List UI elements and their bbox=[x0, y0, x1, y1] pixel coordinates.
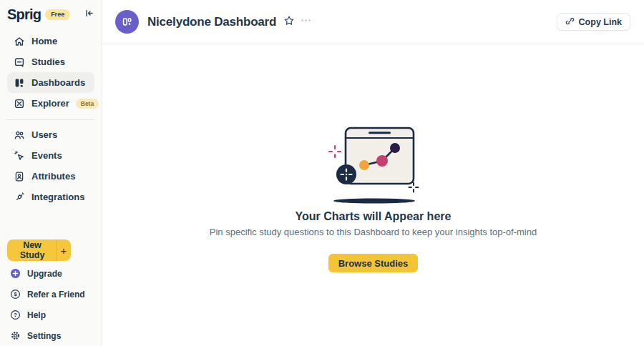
sidebar-item-label: Help bbox=[27, 310, 46, 320]
copy-link-label: Copy Link bbox=[579, 17, 622, 27]
favorite-button[interactable] bbox=[283, 15, 295, 29]
sidebar-item-refer-a-friend[interactable]: $ Refer a Friend bbox=[7, 284, 94, 305]
main-area: Nicelydone Dashboard Copy Link bbox=[102, 0, 644, 346]
settings-gear-icon bbox=[10, 330, 21, 341]
browse-studies-button[interactable]: Browse Studies bbox=[328, 254, 419, 272]
plus-icon: + bbox=[57, 244, 71, 257]
integrations-icon bbox=[13, 191, 25, 203]
sidebar-item-label: Settings bbox=[27, 331, 61, 341]
home-icon bbox=[13, 35, 25, 47]
events-icon bbox=[13, 149, 25, 162]
svg-text:$: $ bbox=[14, 291, 17, 297]
studies-icon bbox=[13, 56, 25, 68]
sidebar-item-home[interactable]: Home bbox=[7, 31, 94, 51]
sidebar-item-integrations[interactable]: Integrations bbox=[7, 187, 94, 207]
sidebar-item-label: Dashboards bbox=[31, 77, 85, 88]
beta-badge: Beta bbox=[76, 99, 99, 109]
more-options-button[interactable] bbox=[301, 15, 311, 29]
upgrade-icon bbox=[10, 268, 21, 279]
dashboard-header: Nicelydone Dashboard Copy Link bbox=[102, 0, 644, 44]
collapse-sidebar-icon bbox=[84, 8, 94, 21]
empty-state-subtext: Pin specific study questions to this Das… bbox=[210, 227, 537, 237]
sidebar-divider bbox=[7, 119, 94, 120]
sidebar-item-label: Refer a Friend bbox=[27, 290, 85, 300]
link-icon bbox=[565, 16, 575, 28]
ellipsis-icon bbox=[301, 15, 311, 29]
svg-text:?: ? bbox=[14, 312, 17, 318]
sidebar-item-settings[interactable]: Settings bbox=[7, 325, 94, 346]
sidebar-item-dashboards[interactable]: Dashboards bbox=[7, 72, 94, 93]
sidebar-item-label: Attributes bbox=[31, 171, 75, 182]
empty-state-heading: Your Charts will Appear here bbox=[296, 210, 452, 223]
attributes-icon bbox=[13, 170, 25, 182]
star-icon bbox=[283, 15, 295, 29]
chart-illustration-svg bbox=[324, 124, 422, 204]
sidebar-item-label: Integrations bbox=[31, 192, 84, 202]
sidebar-item-label: Home bbox=[31, 36, 57, 46]
sprig-logo[interactable]: Sprig bbox=[7, 6, 41, 23]
sidebar: Sprig Free Home Studies Dashboards bbox=[0, 0, 102, 346]
sidebar-bottom: New Study + Upgrade $ Refer a Friend ? H… bbox=[7, 239, 94, 346]
dollar-circle-icon: $ bbox=[10, 289, 21, 300]
new-study-label: New Study bbox=[15, 240, 49, 260]
sidebar-item-events[interactable]: Events bbox=[7, 145, 94, 166]
logo-row: Sprig Free bbox=[7, 6, 94, 23]
dashboard-avatar-icon bbox=[120, 15, 134, 29]
copy-link-button[interactable]: Copy Link bbox=[557, 13, 630, 31]
dashboard-avatar bbox=[115, 10, 139, 34]
sidebar-item-studies[interactable]: Studies bbox=[7, 51, 94, 72]
sidebar-item-explorer[interactable]: Explorer Beta bbox=[7, 93, 94, 114]
help-icon: ? bbox=[10, 310, 21, 320]
sidebar-item-users[interactable]: Users bbox=[7, 124, 94, 145]
dashboards-icon bbox=[13, 76, 25, 89]
sidebar-nav: Home Studies Dashboards Explorer Beta bbox=[7, 31, 94, 207]
sidebar-item-help[interactable]: ? Help bbox=[7, 305, 94, 325]
sidebar-item-label: Users bbox=[31, 129, 57, 140]
collapse-sidebar-button[interactable] bbox=[84, 8, 94, 21]
sidebar-item-upgrade[interactable]: Upgrade bbox=[7, 263, 94, 284]
sidebar-item-label: Upgrade bbox=[27, 269, 62, 279]
sidebar-item-label: Explorer bbox=[31, 98, 69, 109]
users-icon bbox=[13, 129, 25, 141]
explorer-icon bbox=[13, 97, 25, 109]
sidebar-item-label: Events bbox=[31, 150, 62, 161]
sidebar-item-label: Studies bbox=[31, 56, 65, 67]
page-title: Nicelydone Dashboard bbox=[147, 15, 276, 29]
empty-state: Your Charts will Appear here Pin specifi… bbox=[102, 44, 644, 346]
new-study-button[interactable]: New Study + bbox=[7, 239, 71, 261]
charts-empty-illustration bbox=[324, 124, 422, 204]
plan-badge: Free bbox=[45, 9, 70, 20]
sidebar-item-attributes[interactable]: Attributes bbox=[7, 166, 94, 187]
